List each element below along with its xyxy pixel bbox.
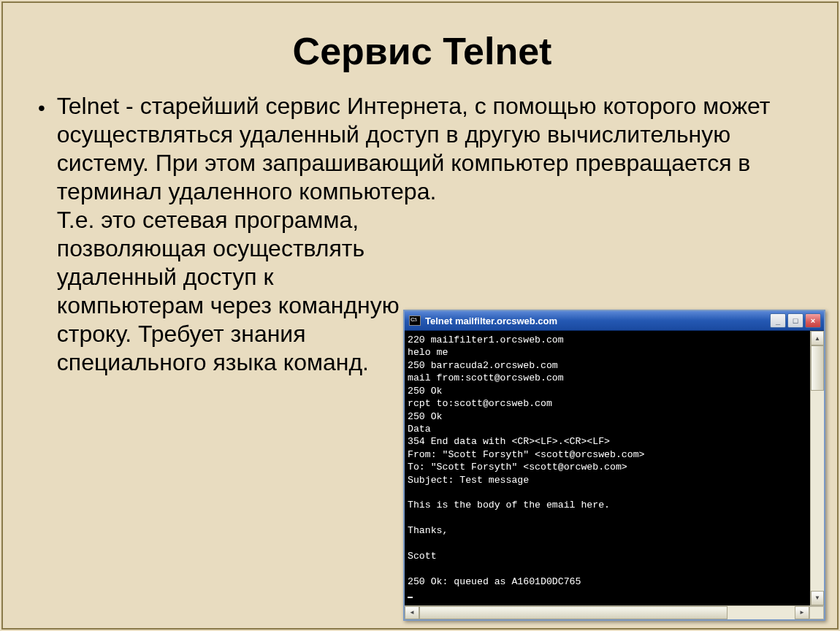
scroll-track-h[interactable]	[728, 606, 795, 619]
window-client-area: 220 mailfilter1.orcsweb.com helo me 250 …	[405, 331, 824, 605]
window-buttons: _ □ ×	[768, 313, 821, 328]
scroll-thumb-h[interactable]	[419, 606, 728, 619]
horizontal-scrollbar[interactable]: ◄ ►	[405, 605, 824, 619]
scroll-right-button[interactable]: ►	[795, 606, 809, 619]
scroll-left-button[interactable]: ◄	[405, 606, 419, 619]
maximize-button[interactable]: □	[787, 313, 803, 328]
scroll-up-button[interactable]: ▲	[811, 331, 824, 345]
vertical-scrollbar[interactable]: ▲ ▼	[810, 331, 824, 605]
paragraph-1: Telnet - старейший сервис Интернета, с п…	[57, 92, 806, 206]
terminal-output[interactable]: 220 mailfilter1.orcsweb.com helo me 250 …	[405, 331, 810, 605]
cmd-icon	[409, 316, 421, 326]
close-button[interactable]: ×	[805, 313, 821, 328]
scroll-track-v[interactable]	[811, 391, 824, 591]
telnet-window: Telnet mailfilter.orcsweb.com _ □ × 220 …	[403, 310, 825, 621]
bullet-icon: •	[38, 95, 45, 121]
paragraph-2: Т.е. это сетевая программа, позволяющая …	[57, 206, 415, 377]
slide: Сервис Telnet • Telnet - старейший серви…	[1, 1, 839, 630]
window-titlebar[interactable]: Telnet mailfilter.orcsweb.com _ □ ×	[405, 311, 824, 331]
scroll-down-button[interactable]: ▼	[811, 591, 824, 605]
scrollbar-corner	[809, 606, 824, 619]
slide-title: Сервис Telnet	[38, 29, 806, 73]
minimize-button[interactable]: _	[770, 313, 786, 328]
scroll-thumb-v[interactable]	[811, 345, 824, 391]
window-title: Telnet mailfilter.orcsweb.com	[425, 316, 768, 326]
